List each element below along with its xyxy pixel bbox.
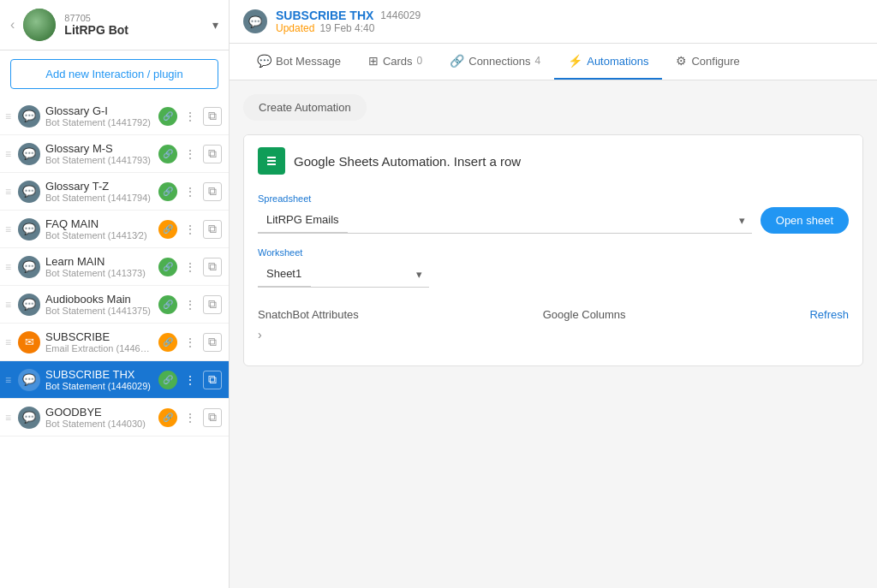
item-actions: 🔗 ⋮ ⧉: [158, 220, 222, 239]
collapse-arrow[interactable]: ‹: [10, 17, 15, 33]
action-icon-copy[interactable]: ⧉: [203, 182, 222, 201]
action-icon-more[interactable]: ⋮: [181, 220, 200, 239]
action-icon-copy[interactable]: ⧉: [203, 145, 222, 163]
add-interaction-button[interactable]: Add new Interaction / plugin: [10, 59, 218, 89]
list-item[interactable]: ≡ 💬 GOODBYE Bot Statement (144030) 🔗 ⋮ ⧉: [0, 399, 229, 437]
action-icon-copy[interactable]: ⧉: [203, 408, 222, 427]
action-icon-copy[interactable]: ⧉: [203, 333, 222, 352]
tab-connections[interactable]: 🔗 Connections 4: [436, 44, 554, 80]
item-text: FAQ MAIN Bot Statement (14413⁄2): [45, 217, 153, 241]
action-icon-link[interactable]: 🔗: [158, 408, 177, 427]
automations-content: Create Automation Google Sheets Automati…: [230, 80, 877, 588]
drag-handle[interactable]: ≡: [3, 412, 13, 424]
item-sub: Bot Statement (14413⁄2): [45, 230, 153, 241]
automation-card: Google Sheets Automation. Insert a row S…: [243, 134, 863, 366]
action-icon-link[interactable]: 🔗: [158, 258, 177, 276]
main-header: 💬 SUBSCRIBE THX 1446029 Updated 19 Feb 4…: [230, 0, 877, 44]
tab-connections-label: Connections: [468, 55, 530, 68]
bot-avatar: [23, 9, 56, 41]
item-actions: 🔗 ⋮ ⧉: [158, 145, 222, 163]
action-icon-link[interactable]: 🔗: [158, 182, 177, 201]
tab-automations[interactable]: ⚡ Automations: [554, 44, 662, 80]
tab-bot-message[interactable]: 💬 Bot Message: [243, 44, 355, 80]
action-icon-link[interactable]: 🔗: [158, 220, 177, 239]
worksheet-label: Worksheet: [258, 247, 849, 258]
tab-cards[interactable]: ⊞ Cards 0: [355, 44, 436, 80]
worksheet-row: Sheet1: [258, 261, 849, 288]
action-icon-more[interactable]: ⋮: [181, 258, 200, 276]
action-icon-link[interactable]: 🔗: [158, 371, 177, 389]
action-icon-copy[interactable]: ⧉: [203, 220, 222, 239]
action-icon-more[interactable]: ⋮: [181, 371, 200, 389]
header-chat-icon: 💬: [243, 9, 267, 33]
drag-handle[interactable]: ≡: [3, 223, 13, 235]
drag-handle[interactable]: ≡: [3, 110, 13, 122]
list-item[interactable]: ≡ 💬 FAQ MAIN Bot Statement (14413⁄2) 🔗 ⋮…: [0, 211, 229, 248]
list-item[interactable]: ≡ ✉ SUBSCRIBE Email Extraction (1446028)…: [0, 324, 229, 361]
action-icon-more[interactable]: ⋮: [181, 295, 200, 314]
list-item[interactable]: ≡ 💬 Glossary M-S Bot Statement (1441793)…: [0, 135, 229, 173]
action-icon-link[interactable]: 🔗: [158, 107, 177, 126]
item-name: Audiobooks Main: [45, 293, 153, 306]
header-title: SUBSCRIBE THX: [276, 9, 373, 22]
list-item[interactable]: ≡ 💬 Audiobooks Main Bot Statement (14413…: [0, 286, 229, 324]
item-actions: 🔗 ⋮ ⧉: [158, 258, 222, 276]
google-col-label: Google Columns: [543, 308, 626, 321]
list-item-active[interactable]: ≡ 💬 SUBSCRIBE THX Bot Statement (1446029…: [0, 361, 229, 399]
drag-handle[interactable]: ≡: [3, 261, 13, 273]
action-icon-copy[interactable]: ⧉: [203, 107, 222, 126]
main-content: 💬 SUBSCRIBE THX 1446029 Updated 19 Feb 4…: [230, 0, 877, 588]
action-icon-link[interactable]: 🔗: [158, 295, 177, 314]
spreadsheet-select[interactable]: LitRPG Emails: [258, 207, 348, 233]
action-icon-copy[interactable]: ⧉: [203, 295, 222, 314]
tab-configure-label: Configure: [691, 55, 739, 68]
action-icon-copy[interactable]: ⧉: [203, 258, 222, 276]
action-icon-more[interactable]: ⋮: [181, 333, 200, 352]
item-name: Glossary T-Z: [45, 180, 153, 193]
worksheet-select[interactable]: Sheet1: [258, 261, 311, 287]
item-sub: Bot Statement (141373): [45, 268, 153, 278]
header-info: SUBSCRIBE THX 1446029 Updated 19 Feb 4:4…: [276, 9, 863, 34]
drag-handle[interactable]: ≡: [3, 336, 13, 348]
create-automation-button[interactable]: Create Automation: [243, 94, 367, 121]
bot-message-icon: 💬: [257, 54, 271, 68]
refresh-link[interactable]: Refresh: [809, 308, 849, 321]
tab-connections-count: 4: [535, 55, 541, 67]
list-item[interactable]: ≡ 💬 Glossary T-Z Bot Statement (1441794)…: [0, 173, 229, 211]
item-name: Glossary M-S: [45, 142, 153, 155]
drag-handle[interactable]: ≡: [3, 374, 13, 386]
item-name: Learn MAIN: [45, 255, 153, 268]
svg-rect-1: [267, 157, 276, 158]
google-sheets-icon: [258, 147, 285, 175]
action-icon-copy[interactable]: ⧉: [203, 371, 222, 389]
automation-card-header: Google Sheets Automation. Insert a row: [244, 135, 862, 187]
tab-bot-message-label: Bot Message: [276, 55, 341, 68]
spreadsheet-select-wrapper[interactable]: LitRPG Emails: [258, 207, 752, 234]
drag-handle[interactable]: ≡: [3, 299, 13, 311]
action-icon-more[interactable]: ⋮: [181, 145, 200, 163]
action-icon-link[interactable]: 🔗: [158, 333, 177, 352]
sidebar-list: ≡ 💬 Glossary G-I Bot Statement (1441792)…: [0, 98, 229, 588]
action-icon-more[interactable]: ⋮: [181, 408, 200, 427]
configure-icon: ⚙: [676, 54, 687, 68]
worksheet-select-wrapper[interactable]: Sheet1: [258, 261, 429, 288]
automation-title: Google Sheets Automation. Insert a row: [294, 154, 521, 169]
open-sheet-button[interactable]: Open sheet: [761, 207, 849, 234]
action-icon-link[interactable]: 🔗: [158, 145, 177, 163]
tab-configure[interactable]: ⚙ Configure: [662, 44, 753, 80]
drag-handle[interactable]: ≡: [3, 186, 13, 198]
item-sub: Bot Statement (1441375): [45, 306, 153, 316]
bot-dropdown-icon[interactable]: ▾: [212, 18, 218, 32]
action-icon-more[interactable]: ⋮: [181, 107, 200, 126]
svg-rect-3: [267, 163, 276, 165]
item-actions: 🔗 ⋮ ⧉: [158, 333, 222, 352]
list-item[interactable]: ≡ 💬 Glossary G-I Bot Statement (1441792)…: [0, 98, 229, 135]
action-icon-more[interactable]: ⋮: [181, 182, 200, 201]
item-text: SUBSCRIBE Email Extraction (1446028): [45, 330, 153, 353]
bot-info: 87705 LitRPG Bot: [64, 13, 204, 37]
drag-handle[interactable]: ≡: [3, 148, 13, 160]
item-name: SUBSCRIBE THX: [45, 368, 153, 381]
list-item[interactable]: ≡ 💬 Learn MAIN Bot Statement (141373) 🔗 …: [0, 248, 229, 286]
expand-row[interactable]: ›: [258, 321, 849, 348]
item-icon: 💬: [18, 105, 40, 128]
